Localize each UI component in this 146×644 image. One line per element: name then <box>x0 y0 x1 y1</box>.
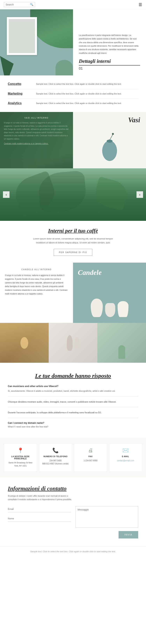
carousel-image <box>0 168 146 221</box>
hero-text-col: La pianificazione è parte integrante del… <box>73 9 146 76</box>
vasi-link[interactable]: Centrare molti moderni attorna a un tapp… <box>4 142 69 144</box>
photo-3-detail <box>97 323 146 363</box>
contact-card-title-3: E-MAIL <box>111 456 139 458</box>
carousel-container: ‹ › <box>0 168 146 221</box>
contact-form-grid: INVIA <box>8 506 138 538</box>
coffee-title: Interni per il tuo caffè <box>8 228 138 234</box>
vasi-text: Il luogo in cui tutto si rinnova, raduna… <box>4 121 69 140</box>
vasi-title: Vasi <box>128 116 140 124</box>
svg-point-3 <box>112 133 114 135</box>
carousel-leaf-2 <box>92 176 130 211</box>
hero-images-col <box>0 9 73 76</box>
candles-title: Candele <box>78 268 102 276</box>
candles-text-col: CANDELE ALL'INTERNO Il luogo in cui tutt… <box>0 262 73 323</box>
coffee-section: Interni per il tuo caffè Lorem ipsum dol… <box>0 221 146 262</box>
svg-point-0 <box>102 141 117 161</box>
coffee-description: Lorem ipsum dolor sit amet, consectetuer… <box>28 237 118 244</box>
candle-vase-2 <box>105 303 115 317</box>
vasi-label: VASI ALL'INTERNO <box>4 117 69 119</box>
contact-card-0: 📍 LA NOSTRA SEDE PRINCIPALE Santo 94 Bro… <box>4 444 37 472</box>
photo-grid <box>0 323 146 363</box>
hero-title: Dettagli interni <box>79 58 140 66</box>
carousel-section: ‹ › <box>0 168 146 221</box>
phone-icon: 📞 <box>42 448 70 454</box>
candles-vases <box>78 298 141 317</box>
faq-divider-2 <box>8 407 138 407</box>
links-section: Concetto Sample text. Click to select th… <box>0 76 146 112</box>
contact-card-text-2: 1-234-567-8900 <box>76 459 104 462</box>
contact-form-description: Si prega di visitare i nostri uffici dur… <box>8 494 74 501</box>
svg-line-2 <box>110 134 113 140</box>
footer-note: Sample text. Click to select the text bo… <box>8 550 138 553</box>
vasi-vase-svg <box>99 132 120 162</box>
link-label-1[interactable]: Marketing <box>8 92 36 96</box>
contact-card-3: ✉️ E-MAIL contact@email.com <box>109 444 142 472</box>
vasi-left-col: VASI ALL'INTERNO Il luogo in cui tutto s… <box>0 112 73 168</box>
contact-form-title: Informazioni di contatto <box>8 485 138 492</box>
contact-form-section: Informazioni di contatto Si prega di vis… <box>0 478 146 546</box>
link-desc-2: Sample text. Click to select the text bo… <box>36 102 122 105</box>
link-row-1: Marketing Sample text. Click to select t… <box>8 89 138 99</box>
photo-1-detail <box>0 323 49 363</box>
contact-card-text-3: contact@email.com <box>111 459 139 462</box>
hamburger-icon[interactable]: ☰ <box>138 2 142 7</box>
link-row-2: Analytics Sample text. Click to select t… <box>8 98 138 108</box>
faq-item-1: Chiunque desidera mostrare audio, video,… <box>8 400 138 404</box>
contact-card-2: 🖨 FAX 1-234-567-8900 <box>74 444 107 472</box>
faq-extra-q1[interactable]: Can I connect my domain name? <box>8 422 138 424</box>
contact-card-title-0: LA NOSTRA SEDE PRINCIPALE <box>7 456 35 460</box>
contact-card-1: 📞 NUMERO DI TELEFONO 234-987-5400 888-01… <box>39 444 72 472</box>
form-left-col <box>8 506 71 538</box>
link-row-0: Concetto Sample text. Click to select th… <box>8 79 138 89</box>
search-input[interactable] <box>6 3 29 6</box>
faq-question-0[interactable]: Can musicians and other artists use Vibe… <box>8 385 138 388</box>
faq-section: Le tue domande hanno risposto Can musici… <box>0 363 146 437</box>
contact-cards-section: 📍 LA NOSTRA SEDE PRINCIPALE Santo 94 Bro… <box>0 438 146 478</box>
contact-card-title-2: FAX <box>76 456 104 458</box>
faq-item-2: Durante l'accesso anticipato, lo svilupp… <box>8 411 138 414</box>
hero-plant-bottom-left <box>0 56 14 76</box>
candles-visual-col: Candele <box>73 262 146 323</box>
hero-plant-small <box>56 60 73 76</box>
email-field[interactable] <box>8 506 71 512</box>
hero-section: La pianificazione è parte integrante del… <box>0 9 146 76</box>
faq-extra-1: Can I connect my domain name? What if I … <box>8 422 138 428</box>
vasi-section: VASI ALL'INTERNO Il luogo in cui tutto s… <box>0 112 146 168</box>
faq-item-0: Can musicians and other artists use Vibe… <box>8 385 138 393</box>
location-icon: 📍 <box>7 448 35 454</box>
faq-question-2[interactable]: Durante l'accesso anticipato, lo svilupp… <box>8 411 138 414</box>
candles-text: Il luogo in cui tutto si rinnova, raduna… <box>5 274 68 296</box>
submit-button[interactable]: INVIA <box>118 531 138 538</box>
name-field[interactable] <box>8 516 71 522</box>
faq-question-1[interactable]: Chiunque desidera mostrare audio, video,… <box>8 400 138 404</box>
hero-frame <box>7 17 37 55</box>
photo-cell-3 <box>97 323 146 363</box>
faq-extra-a1: What if I need over time after the free … <box>8 426 138 428</box>
carousel-prev-button[interactable]: ‹ <box>3 191 10 198</box>
faq-title: Le tue domande hanno risposto <box>8 372 138 379</box>
email-icon: ✉️ <box>111 448 139 454</box>
footer: Sample text. Click to select the text bo… <box>0 546 146 556</box>
contact-card-text-0: Santo 94 Broadway St New York, NY 1021 <box>7 461 35 468</box>
contact-card-title-1: NUMERO DI TELEFONO <box>42 456 70 458</box>
fax-icon: 🖨 <box>76 448 104 454</box>
hero-frame-inner <box>9 19 35 53</box>
vasi-right-col: Vasi <box>73 112 146 168</box>
photo-cell-2 <box>49 323 97 363</box>
search-icon: 🔍 <box>30 3 33 6</box>
faq-divider-1 <box>8 396 138 396</box>
faq-answer-0: Sì, assolutamente. Vibecot è adatto a mu… <box>8 389 138 393</box>
message-field[interactable] <box>76 506 138 528</box>
candles-section: CANDELE ALL'INTERNO Il luogo in cui tutt… <box>0 262 146 323</box>
coffee-button[interactable]: PER SAPERNE DI PIÙ <box>54 249 92 256</box>
carousel-next-button[interactable]: › <box>136 191 143 198</box>
search-bar[interactable]: 🔍 <box>4 2 35 7</box>
link-label-2[interactable]: Analytics <box>8 102 36 105</box>
form-right-col: INVIA <box>76 506 138 538</box>
photo-cell-1 <box>0 323 49 363</box>
link-label-0[interactable]: Concetto <box>8 82 36 86</box>
hero-number: 01 <box>79 66 140 70</box>
link-desc-1: Sample text. Click to select the text bo… <box>36 92 122 96</box>
candles-label: CANDELE ALL'INTERNO <box>5 268 68 270</box>
vasi-overlay: VASI ALL'INTERNO Il luogo in cui tutto s… <box>0 112 73 168</box>
